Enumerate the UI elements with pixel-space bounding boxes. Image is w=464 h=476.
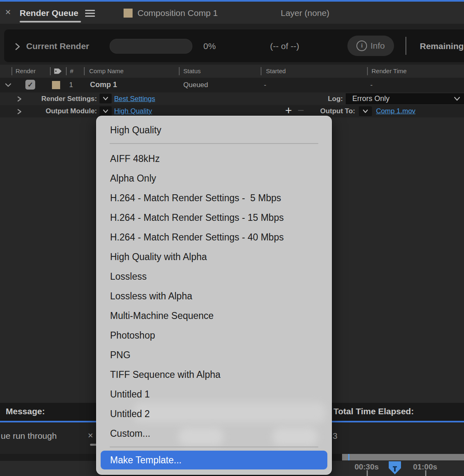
notification-text: ue run through: [1, 431, 57, 441]
render-frame-count: (-- of --): [270, 41, 299, 51]
output-module-template-menu: High Quality AIFF 48kHz Alpha Only H.264…: [96, 116, 332, 475]
chevron-right-icon[interactable]: [14, 41, 21, 52]
column-render-time[interactable]: Render Time: [372, 67, 407, 74]
render-progress-bar: [110, 39, 192, 54]
current-render-panel: Current Render 0% (-- of --) i Info Rema…: [4, 29, 464, 62]
info-button-label: Info: [370, 41, 385, 51]
column-render[interactable]: Render: [16, 67, 36, 74]
timeline-marker-icon[interactable]: [389, 461, 401, 474]
column-divider: [11, 67, 12, 75]
output-module-label: Output Module:: [24, 107, 97, 115]
tab-composition[interactable]: Composition Comp 1: [137, 8, 218, 18]
column-divider: [84, 67, 85, 75]
panel-menu-icon[interactable]: [85, 10, 95, 17]
menu-item[interactable]: H.264 - Match Render Settings - 15 Mbps: [97, 208, 331, 227]
log-label: Log:: [291, 95, 343, 103]
chevron-right-icon[interactable]: [16, 96, 22, 104]
output-module-link[interactable]: High Quality: [114, 107, 152, 115]
menu-item[interactable]: AIFF 48kHz: [97, 149, 331, 168]
column-status[interactable]: Status: [183, 67, 201, 74]
message-label: Message:: [6, 406, 45, 416]
menu-item[interactable]: Lossless with Alpha: [97, 286, 331, 306]
column-divider: [367, 67, 368, 75]
menu-item[interactable]: Untitled 1: [97, 384, 331, 404]
menu-item[interactable]: H.264 - Match Render Settings - 5 Mbps: [97, 188, 331, 208]
composition-color-swatch: [124, 9, 133, 18]
menu-item[interactable]: Untitled 2: [97, 404, 331, 424]
column-started[interactable]: Started: [266, 67, 286, 74]
chevron-right-icon[interactable]: [16, 108, 22, 117]
menu-item[interactable]: Alpha Only: [97, 168, 331, 188]
remaining-label: Remaining: [420, 41, 464, 51]
menu-item[interactable]: Multi-Machine Sequence: [97, 306, 331, 326]
row-status: Queued: [183, 81, 208, 89]
active-tab-underline: [20, 21, 81, 22]
output-to-dropdown[interactable]: [359, 106, 372, 116]
log-select-value: Errors Only: [352, 94, 453, 103]
menu-item-list: AIFF 48kHz Alpha Only H.264 - Match Rend…: [97, 149, 331, 443]
current-render-section: Current Render 0% (-- of --) i Info Rema…: [0, 24, 464, 65]
timeline-playhead-tick[interactable]: [348, 454, 349, 460]
total-time-elapsed-label: Total Time Elapsed:: [333, 406, 414, 416]
info-button[interactable]: i Info: [347, 36, 394, 56]
timeline-scrollbar[interactable]: [342, 454, 464, 460]
menu-item[interactable]: Photoshop: [97, 326, 331, 345]
after-effects-render-queue: ✕ Render Queue Composition Comp 1 Layer …: [0, 0, 464, 476]
elapsed-value-fragment: 3: [333, 431, 338, 441]
column-number[interactable]: #: [70, 67, 73, 74]
menu-item-make-template[interactable]: Make Template...: [101, 451, 327, 469]
row-render-time: -: [370, 81, 373, 89]
render-percent: 0%: [203, 41, 216, 51]
column-comp-name[interactable]: Comp Name: [89, 67, 124, 74]
render-settings-label: Render Settings:: [24, 95, 97, 103]
menu-item[interactable]: H.264 - Match Render Settings - 40 Mbps: [97, 227, 331, 247]
menu-item[interactable]: PNG: [97, 345, 331, 365]
output-to-label: Output To:: [282, 107, 355, 115]
render-settings-dropdown[interactable]: [99, 94, 112, 103]
close-panel-icon[interactable]: ✕: [5, 8, 11, 17]
menu-divider: [110, 143, 318, 144]
queue-table-header: Render # Comp Name Status Started Render…: [0, 65, 464, 78]
render-settings-link[interactable]: Best Settings: [114, 95, 155, 103]
comp-color-swatch[interactable]: [52, 81, 60, 89]
render-settings-row: Render Settings: Best Settings Log: Erro…: [0, 92, 464, 105]
notification-close-icon[interactable]: ✕: [88, 431, 93, 440]
menu-item[interactable]: High Quality with Alpha: [97, 247, 331, 267]
menu-divider: [110, 447, 318, 447]
row-comp-name[interactable]: Comp 1: [90, 81, 117, 89]
menu-item-current[interactable]: High Quality: [97, 120, 331, 140]
ruler-tick: [425, 470, 426, 476]
tag-icon[interactable]: [54, 67, 62, 76]
menu-item[interactable]: TIFF Sequence with Alpha: [97, 365, 331, 384]
column-divider: [261, 67, 261, 75]
current-render-label: Current Render: [26, 41, 89, 51]
column-divider: [50, 67, 51, 75]
row-started: -: [264, 81, 266, 89]
row-index: 1: [69, 81, 73, 89]
queue-item-row[interactable]: ✓ 1 Comp 1 Queued - -: [0, 78, 464, 92]
tab-layer[interactable]: Layer (none): [281, 8, 329, 18]
log-select[interactable]: Errors Only: [346, 93, 464, 104]
column-divider: [66, 67, 67, 75]
chevron-down-icon[interactable]: [4, 81, 12, 90]
menu-item[interactable]: Lossless: [97, 267, 331, 286]
panel-tab-bar: ✕ Render Queue Composition Comp 1 Layer …: [0, 2, 464, 24]
output-module-dropdown[interactable]: [99, 106, 112, 116]
column-divider: [179, 67, 180, 75]
chevron-down-icon: [453, 96, 462, 102]
tab-render-queue[interactable]: Render Queue: [20, 8, 79, 18]
ruler-tick: [367, 470, 368, 476]
header-divider: [405, 37, 406, 55]
output-to-link[interactable]: Comp 1.mov: [376, 107, 415, 115]
info-icon: i: [356, 40, 367, 51]
menu-item[interactable]: Custom...: [97, 424, 331, 443]
render-checkbox[interactable]: ✓: [25, 80, 35, 90]
